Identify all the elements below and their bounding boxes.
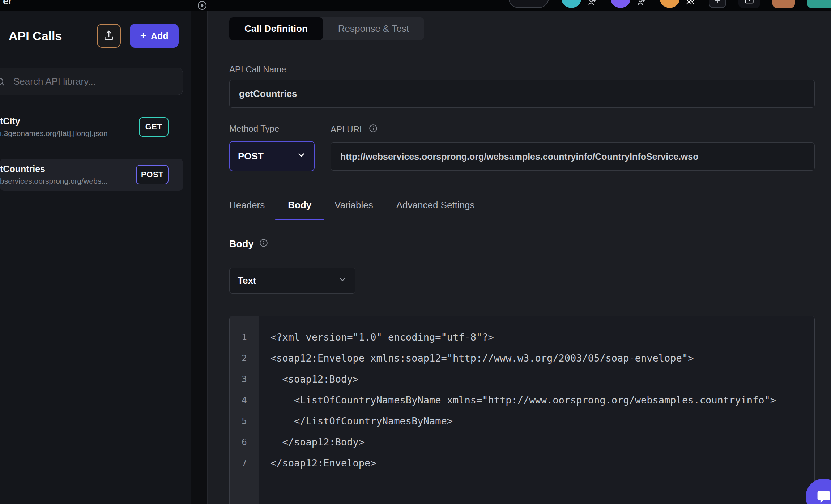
upload-icon — [103, 30, 115, 42]
line-number: 4 — [230, 390, 259, 411]
tab-response-test[interactable]: Response & Test — [323, 17, 424, 40]
subtab-label: Body — [288, 200, 311, 211]
app-screen: er — [0, 0, 831, 504]
line-number: 7 — [230, 453, 259, 474]
body-section-label-row: Body — [229, 238, 815, 250]
call-definition-panel: Call Definition Response & Test API Call… — [208, 11, 831, 504]
api-item-title: tCity — [0, 116, 139, 127]
api-item-info: tCity i.3geonames.org/[lat],[long].json — [0, 116, 139, 138]
code-line: <ListOfCountryNamesByName xmlns="http://… — [270, 390, 807, 411]
chat-bubble-icon — [816, 488, 831, 504]
people-icon[interactable] — [684, 0, 696, 8]
subtab-variables[interactable]: Variables — [334, 200, 373, 220]
subtab-underline — [322, 219, 385, 220]
subtab-advanced-settings[interactable]: Advanced Settings — [396, 200, 475, 220]
sidebar-title: API Calls — [9, 29, 62, 43]
sidebar-actions: + Add — [97, 24, 179, 48]
add-button[interactable]: + Add — [130, 24, 179, 48]
api-calls-sidebar: API Calls + Add tCity i.3geonames.or — [0, 11, 191, 504]
method-type-field: Method Type POST — [229, 124, 315, 171]
top-bar: er — [0, 0, 831, 11]
person-plus-icon[interactable] — [586, 0, 598, 8]
api-url-label-row: API URL — [331, 124, 815, 135]
code-line: </ListOfCountryNamesByName> — [270, 411, 807, 432]
topbar-icon-button[interactable] — [709, 0, 726, 8]
target-icon[interactable] — [197, 1, 207, 11]
body-section-label: Body — [229, 239, 254, 250]
chevron-down-icon — [297, 150, 306, 162]
sidebar-header: API Calls + Add — [0, 11, 191, 48]
topbar-teal-button[interactable] — [807, 0, 831, 8]
api-list-item-getcity[interactable]: tCity i.3geonames.org/[lat],[long].json … — [0, 111, 183, 143]
line-number: 1 — [230, 327, 259, 348]
method-type-value: POST — [238, 151, 264, 162]
code-line: <?xml version="1.0" encoding="utf-8"?> — [270, 327, 807, 348]
method-badge-post: POST — [136, 165, 169, 184]
api-list-item-getcountries[interactable]: tCountries bservices.oorsprong.org/webs.… — [0, 159, 183, 191]
line-number: 6 — [230, 432, 259, 453]
subtab-headers[interactable]: Headers — [229, 200, 265, 220]
collaborator-purple — [610, 0, 647, 8]
method-badge-get: GET — [139, 117, 169, 137]
api-item-title: tCountries — [0, 164, 136, 174]
subtab-body[interactable]: Body — [288, 200, 311, 220]
avatar-orange[interactable] — [660, 0, 680, 8]
request-subtabs: Headers Body Variables Advanced Settings — [229, 200, 815, 220]
info-icon[interactable] — [259, 238, 268, 250]
upload-button[interactable] — [97, 24, 121, 48]
api-item-subtitle: bservices.oorsprong.org/webs... — [0, 177, 136, 185]
chevron-down-icon — [338, 275, 347, 287]
topbar-partial-text: er — [3, 0, 12, 7]
method-type-label: Method Type — [229, 124, 315, 134]
api-item-info: tCountries bservices.oorsprong.org/webs.… — [0, 164, 136, 185]
code-content: <?xml version="1.0" encoding="utf-8"?> <… — [259, 316, 814, 504]
line-number: 2 — [230, 348, 259, 369]
api-call-name-input[interactable] — [229, 80, 815, 108]
line-number: 5 — [230, 411, 259, 432]
code-line: <soap12:Body> — [270, 369, 807, 390]
info-icon[interactable] — [368, 124, 378, 135]
definition-tabs: Call Definition Response & Test — [229, 17, 424, 40]
avatar-teal[interactable] — [561, 0, 581, 8]
code-line: </soap12:Envelope> — [270, 453, 807, 474]
body-type-dropdown[interactable]: Text — [229, 268, 355, 294]
add-button-label: Add — [151, 31, 169, 41]
api-url-field: API URL — [331, 124, 815, 171]
body-code-editor[interactable]: 1 2 3 4 5 6 7 <?xml version="1.0" encodi… — [229, 316, 815, 504]
code-line: <soap12:Envelope xmlns:soap12="http://ww… — [270, 348, 807, 369]
subtab-label: Advanced Settings — [396, 200, 475, 211]
subtab-underline — [384, 219, 487, 220]
subtab-label: Headers — [229, 200, 265, 211]
line-number-gutter: 1 2 3 4 5 6 7 — [230, 316, 259, 504]
mail-button[interactable] — [738, 0, 760, 8]
topbar-pill-button[interactable] — [508, 0, 549, 8]
subtab-underline — [217, 219, 277, 220]
plus-icon: + — [140, 30, 146, 41]
method-url-row: Method Type POST API URL — [229, 124, 815, 171]
code-line: </soap12:Body> — [270, 432, 807, 453]
api-call-name-label: API Call Name — [229, 64, 815, 74]
search-input[interactable] — [0, 68, 183, 95]
method-type-dropdown[interactable]: POST — [229, 141, 315, 171]
tab-call-definition[interactable]: Call Definition — [229, 17, 323, 40]
topbar-orange-button[interactable] — [772, 0, 795, 8]
avatar-purple[interactable] — [610, 0, 631, 8]
collaborator-teal — [561, 0, 598, 8]
api-url-input[interactable] — [331, 142, 815, 171]
collaborator-orange — [660, 0, 696, 8]
search-box — [0, 68, 183, 95]
body-type-value: Text — [238, 275, 256, 286]
topbar-actions — [508, 0, 831, 8]
sidebar-divider — [191, 11, 208, 504]
api-item-subtitle: i.3geonames.org/[lat],[long].json — [0, 129, 139, 138]
line-number: 3 — [230, 369, 259, 390]
active-tab-underline — [275, 219, 324, 220]
subtab-label: Variables — [334, 200, 373, 211]
person-plus-icon[interactable] — [635, 0, 647, 8]
api-url-label: API URL — [331, 124, 364, 134]
